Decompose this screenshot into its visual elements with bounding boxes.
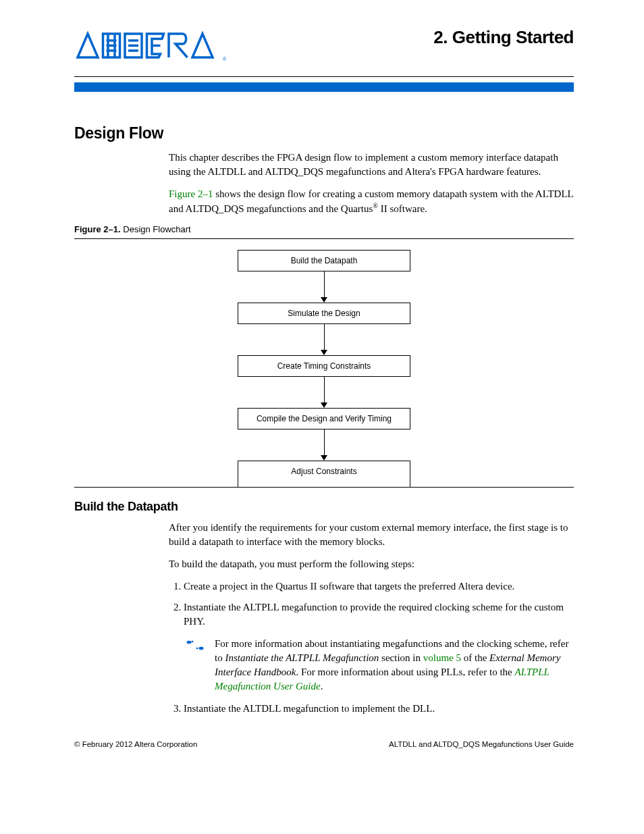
flowchart: Build the Datapath Simulate the Design C…: [74, 250, 574, 487]
footer-left: © February 2012 Altera Corporation: [74, 740, 197, 748]
flow-arrow: [321, 271, 327, 303]
steps-list: Create a project in the Quartus II softw…: [169, 579, 574, 629]
section-heading-build-datapath: Build the Datapath: [74, 500, 574, 514]
list-item: Create a project in the Quartus II softw…: [184, 579, 574, 594]
note-block: For more information about instantiating…: [185, 637, 574, 694]
cross-ref-link[interactable]: volume 5: [423, 652, 461, 663]
text: This chapter describes the FPGA design f…: [169, 152, 558, 177]
registered-mark: ®: [373, 202, 378, 209]
list-item: Instantiate the ALTPLL megafunction to p…: [184, 600, 574, 629]
italic-text: Instantiate the ALTPLL Megafunction: [225, 652, 379, 663]
figure-title: Design Flowchart: [123, 224, 190, 234]
paragraph: Figure 2–1 shows the design flow for cre…: [169, 187, 574, 216]
svg-point-12: [192, 641, 194, 642]
svg-point-13: [196, 648, 198, 649]
flow-arrow: [321, 429, 327, 461]
section-heading-design-flow: Design Flow: [74, 124, 574, 142]
page-footer: © February 2012 Altera Corporation ALTDL…: [74, 740, 574, 748]
chapter-title: 2. Getting Started: [433, 27, 574, 48]
text: of the: [461, 652, 489, 663]
note-text: For more information about instantiating…: [215, 637, 574, 694]
svg-point-11: [187, 641, 192, 644]
flow-step: Compile the Design and Verify Timing: [238, 408, 410, 429]
steps-list-cont: Instantiate the ALTDLL megafunction to i…: [169, 702, 574, 716]
text: . For more information about using PLLs,…: [296, 667, 514, 677]
footer-right: ALTDLL and ALTDQ_DQS Megafunctions User …: [389, 740, 574, 748]
text: .: [321, 681, 323, 692]
figure-caption: Figure 2–1. Design Flowchart: [74, 224, 574, 234]
header-blue-bar: [74, 82, 574, 92]
flow-arrow: [321, 377, 327, 408]
flowchart-container: Build the Datapath Simulate the Design C…: [74, 238, 574, 488]
flow-step: Simulate the Design: [238, 303, 410, 324]
svg-text:®: ®: [223, 57, 227, 61]
list-item: Instantiate the ALTDLL megafunction to i…: [184, 702, 574, 716]
paragraph: After you identify the requirements for …: [169, 521, 574, 549]
paragraph: To build the datapath, you must perform …: [169, 557, 574, 571]
figure-number: Figure 2–1.: [74, 224, 121, 234]
text: section in: [379, 652, 423, 663]
footsteps-icon: [185, 637, 215, 657]
flow-arrow: [321, 324, 327, 355]
svg-point-14: [199, 647, 204, 650]
text: shows the design flow for creating a cus…: [169, 188, 573, 214]
flow-step: Build the Datapath: [238, 250, 410, 271]
document-page: ® 2. Getting Started Design Flow This ch…: [0, 0, 644, 775]
flow-step: Adjust Constraints: [238, 461, 410, 487]
paragraph: This chapter describes the FPGA design f…: [169, 151, 574, 179]
header-rule: [74, 76, 574, 77]
figure-cross-ref-link[interactable]: Figure 2–1: [169, 188, 213, 199]
altera-logo: ®: [74, 27, 230, 64]
flow-step: Create Timing Constraints: [238, 355, 410, 377]
text: II software.: [378, 203, 427, 214]
page-header: ® 2. Getting Started: [74, 27, 574, 64]
